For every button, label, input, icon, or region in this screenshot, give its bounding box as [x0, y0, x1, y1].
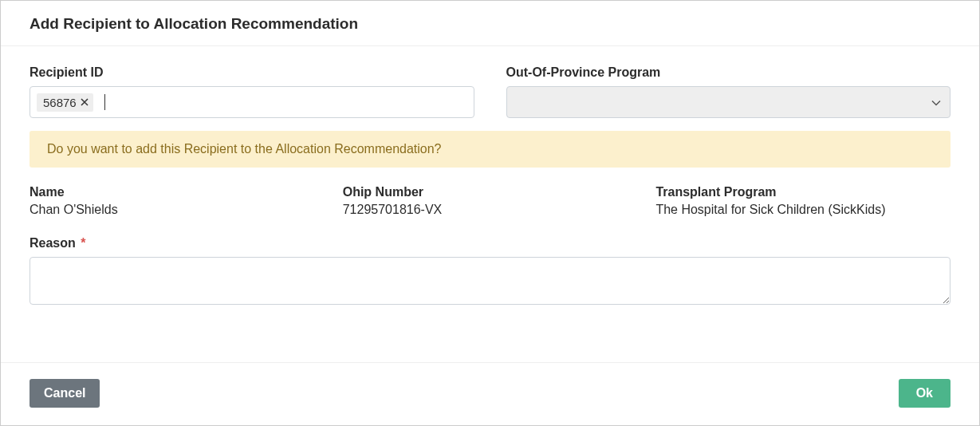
- recipient-id-tag-value: 56876: [43, 96, 77, 109]
- recipient-id-label: Recipient ID: [30, 65, 474, 80]
- ohip-block: Ohip Number 71295701816-VX: [343, 185, 656, 217]
- recipient-id-input[interactable]: 56876: [30, 86, 474, 118]
- ohip-value: 71295701816-VX: [343, 203, 656, 217]
- modal-footer: Cancel Ok: [1, 362, 979, 425]
- out-of-province-select-wrapper: [506, 86, 951, 118]
- program-value: The Hospital for Sick Children (SickKids…: [655, 203, 950, 217]
- name-value: Chan O'Shields: [30, 203, 343, 217]
- recipient-id-tag[interactable]: 56876: [37, 93, 93, 112]
- program-label: Transplant Program: [655, 185, 950, 199]
- required-asterisk: *: [81, 236, 85, 250]
- reason-textarea[interactable]: [30, 257, 950, 305]
- close-icon[interactable]: [81, 97, 89, 108]
- confirmation-alert: Do you want to add this Recipient to the…: [30, 131, 950, 168]
- ok-button[interactable]: Ok: [899, 379, 950, 408]
- cancel-button[interactable]: Cancel: [30, 379, 100, 408]
- out-of-province-group: Out-Of-Province Program: [506, 65, 951, 118]
- form-row-top: Recipient ID 56876 Out-Of-Province Progr…: [30, 65, 950, 118]
- modal-title: Add Recipient to Allocation Recommendati…: [30, 15, 950, 33]
- reason-group: Reason *: [30, 236, 950, 308]
- program-block: Transplant Program The Hospital for Sick…: [655, 185, 950, 217]
- recipient-info-row: Name Chan O'Shields Ohip Number 71295701…: [30, 185, 950, 217]
- reason-label-text: Reason: [30, 236, 76, 250]
- name-block: Name Chan O'Shields: [30, 185, 343, 217]
- ohip-label: Ohip Number: [343, 185, 656, 199]
- out-of-province-select[interactable]: [506, 86, 951, 118]
- modal-body: Recipient ID 56876 Out-Of-Province Progr…: [1, 46, 979, 362]
- add-recipient-modal: Add Recipient to Allocation Recommendati…: [0, 0, 980, 426]
- recipient-id-group: Recipient ID 56876: [30, 65, 474, 118]
- name-label: Name: [30, 185, 343, 199]
- text-cursor: [104, 94, 105, 110]
- reason-label: Reason *: [30, 236, 950, 250]
- modal-header: Add Recipient to Allocation Recommendati…: [1, 1, 979, 46]
- alert-message: Do you want to add this Recipient to the…: [47, 142, 442, 156]
- out-of-province-label: Out-Of-Province Program: [506, 65, 951, 80]
